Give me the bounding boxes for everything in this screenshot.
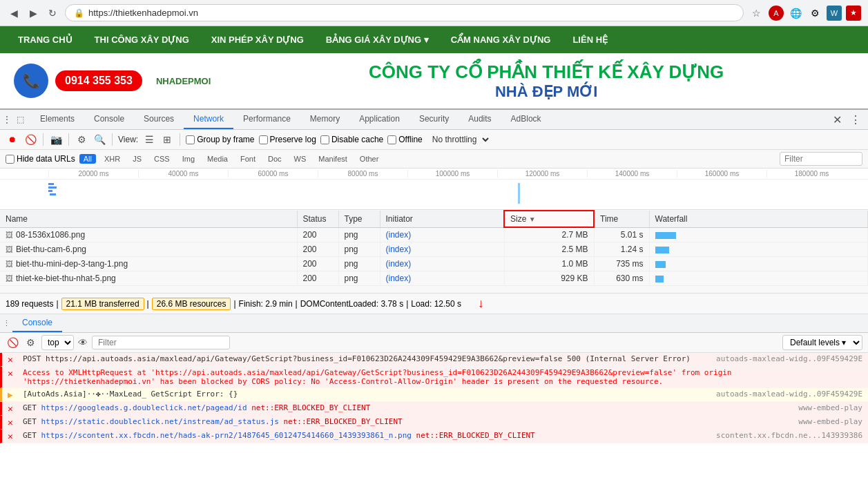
cell-initiator: (index)	[380, 271, 504, 286]
col-initiator: Initiator	[380, 211, 504, 227]
list-view-button[interactable]: ☰	[142, 133, 156, 146]
address-bar[interactable]: 🔒 https://thietkenhadepmoi.vn	[65, 4, 744, 21]
requests-count: 189 requests	[6, 299, 53, 309]
filter-input[interactable]	[780, 152, 862, 166]
console-tab[interactable]: Console	[12, 314, 62, 332]
filter-doc-button[interactable]: Doc	[264, 154, 286, 164]
tab-performance[interactable]: Performance	[233, 110, 300, 129]
tab-security[interactable]: Security	[409, 110, 459, 129]
console-context-select[interactable]: top	[41, 335, 74, 350]
svg-rect-0	[48, 183, 54, 185]
filter-all-button[interactable]: All	[79, 154, 96, 164]
console-row-icon: ✕	[8, 354, 17, 365]
tab-elements[interactable]: Elements	[30, 110, 84, 129]
devtools: ⋮ ⬚ Elements Console Sources Network Per…	[0, 108, 868, 457]
tab-sources[interactable]: Sources	[134, 110, 184, 129]
grid-view-button[interactable]: ⊞	[160, 133, 174, 146]
extension-icon2[interactable]: ⚙	[807, 6, 822, 21]
camera-button[interactable]: 📷	[49, 133, 63, 146]
tab-adblock[interactable]: AdBlock	[501, 110, 551, 129]
filter-xhr-button[interactable]: XHR	[100, 154, 124, 164]
cell-type: png	[338, 271, 380, 286]
console-filter-input[interactable]	[92, 336, 230, 349]
tab-console[interactable]: Console	[84, 110, 134, 129]
network-toolbar: ⏺ 🚫 📷 ⚙ 🔍 View: ☰ ⊞ Group by frame Prese…	[0, 130, 868, 150]
logo-area: NHADEPMOI	[156, 76, 211, 86]
filter-media-button[interactable]: Media	[203, 154, 232, 164]
timeline-mark-6: 140000 ms	[587, 170, 677, 177]
console-section: ⋮ Console 🚫 ⚙ top 👁 Default levels ▾ ✕PO…	[0, 314, 868, 457]
throttling-select[interactable]: No throttling	[427, 133, 491, 146]
preserve-log-label[interactable]: Preserve log	[259, 135, 316, 144]
status-bar: 189 requests | 21.1 MB transferred | 26.…	[0, 293, 868, 314]
nav-guide[interactable]: CẨM NANG XÂY DỰNG	[440, 26, 562, 53]
filter-manifest-button[interactable]: Manifest	[314, 154, 351, 164]
cell-time: 735 ms	[594, 257, 649, 271]
console-row-source: www-embed-play	[738, 403, 862, 412]
nav-construction[interactable]: THI CÔNG XÂY DỰNG	[84, 26, 200, 53]
tab-memory[interactable]: Memory	[300, 110, 349, 129]
reload-button[interactable]: ↻	[46, 6, 59, 20]
extension-icon1[interactable]: 🌐	[788, 6, 803, 21]
record-button[interactable]: ⏺	[6, 133, 19, 146]
cell-type: png	[338, 257, 380, 271]
console-drag-icon[interactable]: ⋮	[3, 319, 12, 328]
back-button[interactable]: ◀	[7, 6, 21, 20]
file-icon: 🖼	[6, 274, 13, 282]
filter-js-button[interactable]: JS	[128, 154, 146, 164]
devtools-inspect-icon[interactable]: ⬚	[17, 115, 30, 124]
console-eye-icon[interactable]: 👁	[78, 337, 88, 348]
console-row-source: autoads-maxlead-widg..09F459429E	[716, 354, 862, 363]
forward-button[interactable]: ▶	[26, 6, 40, 20]
offline-checkbox[interactable]	[387, 135, 396, 144]
phone-number: 0914 355 353	[65, 75, 133, 87]
bookmark-button[interactable]: ☆	[749, 6, 763, 20]
filter-button[interactable]: ⚙	[75, 133, 88, 146]
clear-button[interactable]: 🚫	[23, 133, 37, 146]
filter-ws-button[interactable]: WS	[290, 154, 311, 164]
preserve-log-text: Preserve log	[270, 135, 316, 144]
profile-icon[interactable]: A	[769, 6, 784, 21]
group-by-frame-label[interactable]: Group by frame	[186, 135, 254, 144]
disable-cache-checkbox[interactable]	[320, 135, 329, 144]
console-link[interactable]: https://googleads.g.doubleclick.net/page…	[41, 403, 247, 412]
devtools-more-icon[interactable]: ⋮	[846, 113, 865, 126]
console-link[interactable]: https://scontent.xx.fbcdn.net/hads-ak-pr…	[41, 431, 412, 440]
tab-audits[interactable]: Audits	[459, 110, 501, 129]
hide-data-urls-checkbox[interactable]	[6, 155, 15, 164]
nav-pricing[interactable]: BẢNG GIÁ XÂY DỰNG ▾	[315, 26, 440, 53]
wordpress-icon[interactable]: W	[827, 6, 842, 21]
filter-css-button[interactable]: CSS	[150, 154, 174, 164]
console-clear-button[interactable]: 🚫	[6, 336, 19, 349]
cell-name: 🖼thiet-ke-biet-thu-nhat-5.png	[0, 271, 297, 286]
group-by-frame-checkbox[interactable]	[186, 135, 195, 144]
console-row-text: POST https://api.autoads.asia/maxlead/ap…	[23, 354, 711, 363]
separator1	[43, 133, 44, 146]
nav-home[interactable]: TRANG CHỦ	[7, 26, 84, 53]
console-settings-button[interactable]: ⚙	[23, 336, 37, 349]
file-icon: 🖼	[6, 231, 13, 239]
svg-rect-3	[50, 193, 56, 195]
search-button[interactable]: 🔍	[93, 133, 106, 146]
console-row-icon: ✕	[8, 403, 17, 414]
console-row-icon: ✕	[8, 368, 17, 378]
view-label: View:	[118, 135, 138, 144]
tab-application[interactable]: Application	[349, 110, 409, 129]
offline-label[interactable]: Offline	[387, 135, 422, 144]
tab-network[interactable]: Network	[184, 110, 233, 129]
cell-time: 5.01 s	[594, 227, 649, 242]
filter-font-button[interactable]: Font	[236, 154, 260, 164]
devtools-close-icon[interactable]: ✕	[829, 113, 846, 126]
preserve-log-checkbox[interactable]	[259, 135, 268, 144]
nav-permit[interactable]: XIN PHÉP XÂY DỰNG	[200, 26, 315, 53]
filter-bar: Hide data URLs All XHR JS CSS Img Media …	[0, 150, 868, 169]
nav-contact[interactable]: LIÊN HỆ	[561, 26, 619, 53]
filter-other-button[interactable]: Other	[356, 154, 383, 164]
extension-icon3[interactable]: ★	[846, 6, 861, 21]
devtools-dock-icon[interactable]: ⋮	[3, 115, 17, 124]
disable-cache-label[interactable]: Disable cache	[320, 135, 383, 144]
col-size: Size ▼	[504, 211, 594, 227]
filter-img-button[interactable]: Img	[178, 154, 199, 164]
default-levels-select[interactable]: Default levels ▾	[782, 335, 862, 350]
console-link[interactable]: https://static.doubleclick.net/instream/…	[41, 417, 279, 426]
